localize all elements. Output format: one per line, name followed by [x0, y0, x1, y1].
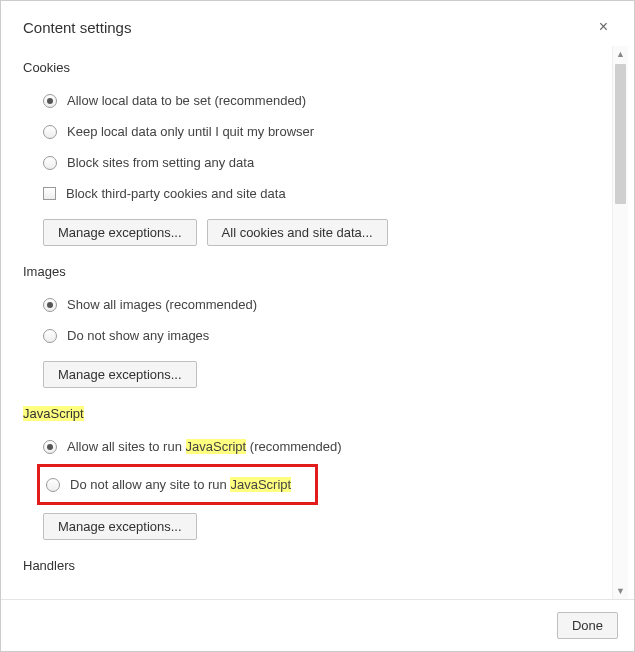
radio-icon — [43, 298, 57, 312]
checkbox-icon — [43, 187, 56, 200]
done-button[interactable]: Done — [557, 612, 618, 639]
cookies-option-block[interactable]: Block sites from setting any data — [23, 149, 608, 176]
option-label: Allow all sites to run JavaScript (recom… — [67, 439, 342, 454]
radio-icon — [46, 478, 60, 492]
option-label: Show all images (recommended) — [67, 297, 257, 312]
images-option-do-not-show[interactable]: Do not show any images — [23, 322, 608, 349]
cookies-block-third-party[interactable]: Block third-party cookies and site data — [23, 180, 608, 207]
section-javascript: JavaScript Allow all sites to run JavaSc… — [23, 406, 608, 544]
option-label: Allow local data to be set (recommended) — [67, 93, 306, 108]
scroll-down-icon[interactable]: ▼ — [613, 583, 628, 599]
scroll-thumb[interactable] — [615, 64, 626, 204]
content-settings-dialog: Content settings × Cookies Allow local d… — [0, 0, 635, 652]
cookies-button-row: Manage exceptions... All cookies and sit… — [23, 211, 608, 250]
content-wrap: Cookies Allow local data to be set (reco… — [1, 46, 634, 599]
text-part: Allow all sites to run — [67, 439, 186, 454]
images-button-row: Manage exceptions... — [23, 353, 608, 392]
radio-icon — [43, 329, 57, 343]
cookies-option-until-quit[interactable]: Keep local data only until I quit my bro… — [23, 118, 608, 145]
callout-highlight-box: Do not allow any site to run JavaScript — [37, 464, 318, 505]
radio-icon — [43, 156, 57, 170]
text-part: (recommended) — [246, 439, 341, 454]
radio-icon — [43, 440, 57, 454]
manage-exceptions-button[interactable]: Manage exceptions... — [43, 219, 197, 246]
option-label: Do not show any images — [67, 328, 209, 343]
highlight-text: JavaScript — [230, 477, 291, 492]
scroll-content: Cookies Allow local data to be set (reco… — [23, 46, 612, 599]
javascript-button-row: Manage exceptions... — [23, 505, 608, 544]
radio-icon — [43, 94, 57, 108]
section-title-javascript: JavaScript — [23, 406, 608, 421]
images-option-show-all[interactable]: Show all images (recommended) — [23, 291, 608, 318]
cookies-option-allow[interactable]: Allow local data to be set (recommended) — [23, 87, 608, 114]
option-label: Do not allow any site to run JavaScript — [70, 477, 291, 492]
radio-icon — [43, 125, 57, 139]
section-cookies: Cookies Allow local data to be set (reco… — [23, 60, 608, 250]
dialog-footer: Done — [1, 599, 634, 651]
option-label: Block sites from setting any data — [67, 155, 254, 170]
all-cookies-data-button[interactable]: All cookies and site data... — [207, 219, 388, 246]
titlebar: Content settings × — [1, 1, 634, 46]
highlight-text: JavaScript — [186, 439, 247, 454]
section-title-handlers: Handlers — [23, 558, 608, 573]
section-images: Images Show all images (recommended) Do … — [23, 264, 608, 392]
option-label: Block third-party cookies and site data — [66, 186, 286, 201]
manage-exceptions-button[interactable]: Manage exceptions... — [43, 361, 197, 388]
javascript-option-allow[interactable]: Allow all sites to run JavaScript (recom… — [23, 433, 608, 460]
section-title-cookies: Cookies — [23, 60, 608, 75]
close-icon[interactable]: × — [595, 19, 612, 35]
dialog-title: Content settings — [23, 19, 131, 36]
option-label: Keep local data only until I quit my bro… — [67, 124, 314, 139]
javascript-option-do-not-allow[interactable]: Do not allow any site to run JavaScript — [40, 471, 291, 498]
section-handlers: Handlers — [23, 558, 608, 573]
highlight-text: JavaScript — [23, 406, 84, 421]
text-part: Do not allow any site to run — [70, 477, 230, 492]
scrollbar[interactable]: ▲ ▼ — [612, 46, 628, 599]
section-title-images: Images — [23, 264, 608, 279]
scroll-up-icon[interactable]: ▲ — [613, 46, 628, 62]
manage-exceptions-button[interactable]: Manage exceptions... — [43, 513, 197, 540]
